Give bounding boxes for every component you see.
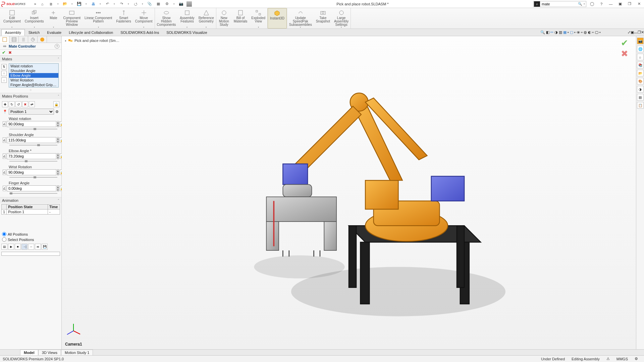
section-mates-header[interactable]: Mates˄	[0, 56, 61, 62]
chevron-down-icon[interactable]: ▾	[300, 26, 301, 28]
component-preview-button[interactable]: Component Preview Window	[61, 8, 83, 28]
stop-button[interactable]: ■	[15, 244, 21, 250]
zoom-icon[interactable]: 🔍	[540, 30, 545, 35]
save-icon[interactable]: 💾	[76, 1, 83, 7]
tab-visualize[interactable]: SOLIDWORKS Visualize	[163, 29, 211, 36]
command-search[interactable]: ⌕ 🔍 ▾	[533, 1, 586, 7]
box-drop-icon[interactable]: ▾	[574, 31, 576, 34]
appearances-icon[interactable]: ◑	[637, 86, 644, 93]
view-orientation-icon[interactable]: ◧	[546, 30, 549, 35]
tab-addins[interactable]: SOLIDWORKS Add-Ins	[117, 29, 163, 36]
status-rebuild-icon[interactable]: ⚠	[603, 357, 613, 361]
eye-drop-icon[interactable]: ▾	[581, 31, 583, 34]
options-dropdown-icon[interactable]: ▾	[172, 1, 176, 7]
exploded-view-button[interactable]: Exploded View▾	[249, 8, 267, 28]
mate-item-4[interactable]: Finger Angle@Robot Gripper-1@Pic	[9, 82, 58, 87]
search-input[interactable]	[540, 1, 577, 7]
orientation-triad[interactable]	[65, 322, 82, 339]
design-library-icon[interactable]: 📚	[637, 62, 644, 68]
monitor-drop-icon[interactable]: ▾	[599, 31, 601, 34]
edit-component-button[interactable]: Edit Component▾	[1, 8, 23, 28]
tab-motion-study-1[interactable]: Motion Study 1	[61, 350, 93, 355]
dim-input-3[interactable]	[7, 169, 56, 175]
tab-evaluate[interactable]: Evaluate	[43, 29, 65, 36]
update-speedpak-button[interactable]: Update SpeedPak Subassemblies▾	[287, 8, 314, 28]
section-positions-header[interactable]: Mates Positions˄	[0, 93, 61, 99]
help-icon[interactable]: ?	[598, 0, 605, 8]
view-palette-icon[interactable]: 🎨	[637, 78, 644, 84]
eye-icon[interactable]: 👁	[577, 31, 580, 35]
mate-item-1[interactable]: Shoulder Angle	[9, 68, 58, 73]
picture-icon[interactable]: ◐	[588, 30, 591, 35]
screenshot-icon[interactable]: 📷	[178, 1, 184, 7]
open-icon[interactable]: 📂	[62, 1, 68, 7]
pm-cancel-icon[interactable]: ✖	[8, 50, 12, 55]
show-hidden-button[interactable]: Show Hidden Components	[155, 8, 178, 28]
print-icon[interactable]: 🖶	[90, 1, 97, 7]
fm-tab-dim[interactable]	[28, 36, 38, 43]
forum-icon[interactable]: 📋	[637, 102, 644, 109]
section-animation-header[interactable]: Animation˄	[0, 197, 61, 203]
spin-up-icon[interactable]: ▴	[57, 153, 59, 156]
delete-position-button[interactable]: ✖	[22, 101, 28, 107]
lock-all-button[interactable]: 🔒	[53, 101, 59, 107]
display-style-icon[interactable]: ✏	[550, 30, 553, 35]
mate-button[interactable]: Mate▾	[46, 8, 61, 28]
chevron-down-icon[interactable]: ▾	[206, 26, 207, 28]
position-dropdown[interactable]: Position 1	[9, 109, 54, 115]
search-dropdown-icon[interactable]: ▾	[583, 1, 586, 7]
new-dropdown-icon[interactable]: ▾	[56, 1, 60, 7]
resources-icon[interactable]: 🌐	[637, 46, 644, 52]
dim-input-0[interactable]	[7, 121, 56, 127]
user-icon[interactable]: ◯	[588, 0, 596, 8]
picture-drop-icon[interactable]: ▾	[592, 31, 594, 34]
chevron-down-icon[interactable]: ▾	[34, 26, 35, 28]
spin-down-icon[interactable]: ▾	[57, 172, 59, 175]
spin-down-icon[interactable]: ▾	[57, 124, 59, 127]
spin-down-icon[interactable]: ▾	[57, 188, 59, 191]
fm-tab-property[interactable]	[9, 36, 19, 43]
loop-toggle-button[interactable]: ↔	[28, 244, 34, 250]
reset-position-button[interactable]: ↺	[15, 101, 21, 107]
options-gear-icon[interactable]: ⚙	[164, 1, 170, 7]
doc-min-icon[interactable]: —	[634, 31, 638, 35]
tab-sketch[interactable]: Sketch	[25, 29, 44, 36]
bom-button[interactable]: Bill of Materials	[232, 8, 250, 28]
doc-close-icon[interactable]: ✕	[641, 30, 644, 35]
dim-slider-4[interactable]	[9, 192, 57, 194]
snapshot-icon[interactable]: 📷	[637, 38, 644, 44]
new-icon[interactable]: 🗎	[48, 1, 54, 7]
close-icon[interactable]: ✕	[635, 0, 643, 8]
file-explorer-icon[interactable]: 📂	[637, 70, 644, 76]
mate-item-0[interactable]: Waist rotation	[9, 64, 58, 68]
spin-down-icon[interactable]: ▾	[57, 156, 59, 159]
chevron-down-icon[interactable]: ▾	[258, 26, 259, 28]
fm-tab-config[interactable]	[19, 36, 28, 43]
tab-model[interactable]: Model	[20, 350, 38, 355]
redo-icon[interactable]: ↷	[118, 1, 125, 7]
dim-input-2[interactable]	[7, 153, 56, 159]
radio-select-positions[interactable]: Select Positions	[2, 237, 59, 242]
select-icon[interactable]: ⭯	[132, 1, 139, 7]
spin-up-icon[interactable]: ▴	[57, 121, 59, 124]
radio-select-positions-input[interactable]	[2, 237, 6, 242]
add-position-button[interactable]: ✚	[2, 101, 8, 107]
smart-fasteners-button[interactable]: Smart Fasteners	[114, 8, 133, 28]
redo-dropdown-icon[interactable]: ▾	[127, 1, 130, 7]
chevron-down-icon[interactable]: ▾	[11, 26, 12, 28]
reference-geometry-button[interactable]: Reference Geometry▾	[197, 8, 216, 28]
calc-button[interactable]: ▤	[1, 244, 7, 250]
fm-tab-display[interactable]	[38, 36, 47, 43]
custom-props-icon[interactable]: ▤	[637, 94, 644, 101]
open-dropdown-icon[interactable]: ▾	[70, 1, 74, 7]
save-animation-button[interactable]: 💾	[42, 244, 48, 250]
spin-down-icon[interactable]: ▾	[57, 140, 59, 143]
dim-slider-1[interactable]	[9, 144, 57, 146]
mates-list[interactable]: Waist rotation Shoulder Angle Elbow Angl…	[9, 63, 59, 87]
dim-input-1[interactable]	[7, 137, 56, 143]
chevron-down-icon[interactable]: ▾	[53, 26, 54, 28]
monitor-icon[interactable]: 🖵	[595, 31, 598, 35]
layout-2-icon[interactable]: ❐	[626, 0, 633, 8]
save-dropdown-icon[interactable]: ▾	[85, 1, 88, 7]
radio-all-positions[interactable]: All Positions	[2, 232, 59, 236]
